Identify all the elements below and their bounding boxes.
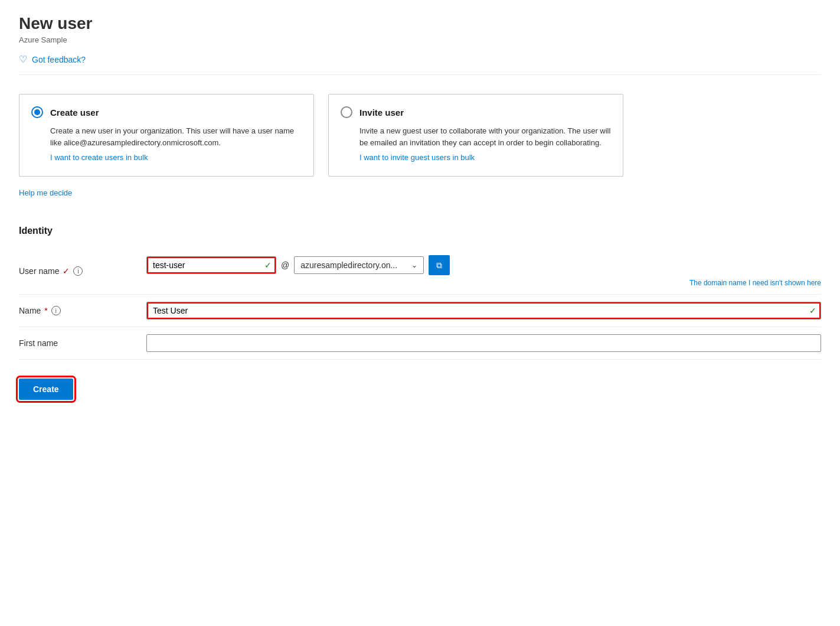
- domain-select-wrapper[interactable]: azuresampledirectory.on... ⌄: [294, 256, 424, 274]
- name-required-star: *: [44, 306, 47, 315]
- name-input[interactable]: [146, 302, 821, 319]
- create-button[interactable]: Create: [19, 379, 73, 400]
- username-info-icon: i: [73, 266, 83, 276]
- heart-icon: ♡: [19, 54, 27, 65]
- invite-user-card[interactable]: Invite user Invite a new guest user to c…: [328, 94, 623, 177]
- identity-section-title: Identity: [19, 226, 821, 236]
- page-subtitle: Azure Sample: [19, 35, 821, 44]
- identity-section: Identity User name ✓ i ✓ @ azuresampledi…: [19, 226, 821, 360]
- copy-icon: ⧉: [436, 260, 442, 270]
- name-label-group: Name * i: [19, 306, 137, 315]
- feedback-label: Got feedback?: [32, 55, 86, 64]
- chevron-down-icon: ⌄: [411, 261, 417, 269]
- domain-value: azuresampledirectory.on...: [300, 260, 397, 270]
- username-check-icon: ✓: [264, 260, 272, 270]
- invite-user-title: Invite user: [359, 107, 404, 118]
- invite-user-radio[interactable]: [341, 106, 352, 118]
- create-user-title: Create user: [50, 107, 99, 118]
- name-info-icon: i: [51, 306, 61, 315]
- invite-user-desc: Invite a new guest user to collaborate w…: [359, 125, 611, 148]
- copy-domain-button[interactable]: ⧉: [429, 255, 450, 275]
- name-row: Name * i ✓: [19, 295, 821, 327]
- username-label: User name: [19, 266, 59, 276]
- firstname-input[interactable]: [146, 334, 821, 352]
- username-field-group: ✓ @ azuresampledirectory.on... ⌄ ⧉ The d…: [146, 255, 821, 287]
- name-input-wrapper: ✓: [146, 302, 821, 319]
- options-row: Create user Create a new user in your or…: [19, 94, 821, 177]
- username-input[interactable]: [146, 256, 276, 274]
- username-row: User name ✓ i ✓ @ azuresampledirectory.o…: [19, 248, 821, 295]
- create-user-card[interactable]: Create user Create a new user in your or…: [19, 94, 314, 177]
- username-required-star: ✓: [63, 266, 70, 276]
- at-symbol: @: [281, 260, 289, 270]
- radio-inner: [34, 109, 40, 115]
- domain-not-shown-link[interactable]: The domain name I need isn't shown here: [689, 279, 821, 287]
- feedback-bar[interactable]: ♡ Got feedback?: [19, 54, 821, 75]
- firstname-label: First name: [19, 338, 58, 348]
- create-user-radio[interactable]: [31, 106, 43, 118]
- invite-bulk-link[interactable]: I want to invite guest users in bulk: [359, 153, 611, 162]
- firstname-label-group: First name: [19, 338, 137, 348]
- page-title: New user: [19, 14, 821, 33]
- name-label: Name: [19, 306, 41, 315]
- create-bulk-link[interactable]: I want to create users in bulk: [50, 153, 302, 162]
- firstname-row: First name: [19, 327, 821, 360]
- help-decide-link[interactable]: Help me decide: [19, 188, 72, 197]
- create-user-desc: Create a new user in your organization. …: [50, 125, 302, 148]
- username-label-group: User name ✓ i: [19, 266, 137, 276]
- username-input-wrapper: ✓: [146, 256, 276, 274]
- name-check-icon: ✓: [809, 306, 816, 315]
